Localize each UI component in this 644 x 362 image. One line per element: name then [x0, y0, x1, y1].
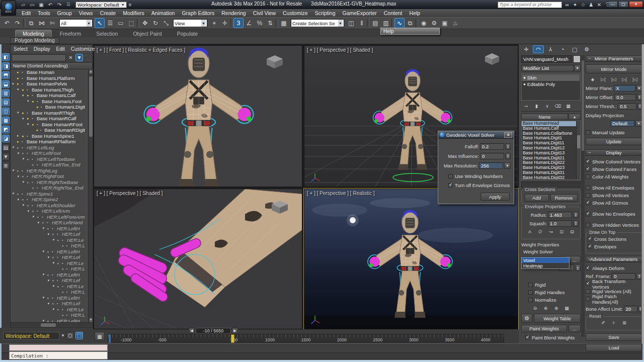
checkbox-box[interactable]: [586, 289, 590, 294]
manual-update-checkbox[interactable]: Manual Update: [586, 129, 642, 136]
checkbox[interactable]: Rigid: [528, 282, 581, 288]
bone-list-name-header[interactable]: Name: [521, 114, 568, 120]
mirror-icon[interactable]: ◫: [346, 18, 356, 28]
frame-indicator-value[interactable]: -10 / 5650: [196, 328, 231, 334]
tree-item[interactable]: HER:LeftArm: [11, 208, 85, 214]
reset-selected-verts-icon[interactable]: ✐: [599, 319, 608, 326]
paste-green-to-blue-verts-icon[interactable]: ▷|: [620, 76, 629, 83]
viewport-layout-icon-4[interactable]: ⬓: [2, 80, 10, 88]
polygon-modeling-panel-button[interactable]: Polygon Modeling: [10, 37, 59, 44]
exclude-selected-icon[interactable]: ⊖: [531, 305, 539, 312]
exchange-apps-icon[interactable]: ✕: [596, 1, 603, 8]
object-color-swatch[interactable]: [573, 55, 581, 63]
object-name-field[interactable]: VAN:vanguard_Mesh: [521, 55, 572, 63]
expand-arrow-icon[interactable]: [17, 134, 21, 138]
expand-arrow-icon[interactable]: [17, 87, 21, 92]
visibility-bulb-icon[interactable]: [61, 267, 65, 270]
modifier-bulb-icon[interactable]: ●: [523, 75, 526, 80]
ribbon-toggle-icon[interactable]: ▥: [381, 18, 391, 28]
display-rollout[interactable]: −Display: [586, 149, 642, 156]
expand-arrow-icon[interactable]: [47, 255, 51, 259]
filter-funnel-icon[interactable]: ▼: [75, 54, 83, 61]
checkbox-box[interactable]: [586, 282, 590, 286]
visibility-bulb-icon[interactable]: [61, 244, 65, 247]
visibility-bulb-icon[interactable]: [47, 273, 51, 277]
visibility-bulb-icon[interactable]: [52, 255, 56, 259]
open-mini-curve-editor-button[interactable]: ▦: [95, 332, 105, 341]
render-setup-icon[interactable]: ⚙: [429, 18, 439, 28]
menu-item[interactable]: Animation: [148, 9, 179, 17]
tree-item[interactable]: HER:LeftH: [11, 295, 85, 301]
checkbox-box[interactable]: [586, 212, 590, 216]
named-selection-filter-dropdown[interactable]: All ▼: [59, 19, 93, 27]
paste-green-to-blue-bones-icon[interactable]: ▷|: [599, 76, 608, 83]
redo-icon[interactable]: ↷: [13, 18, 23, 28]
viewport-label[interactable]: [ + ] [ Perspective ] [ Realistic ]: [307, 191, 375, 196]
workspace-dropdown[interactable]: Workspace: Default: [3, 332, 59, 340]
visibility-bulb-icon[interactable]: [27, 117, 31, 120]
bone-list-item[interactable]: Base HumanLDigit1: [522, 136, 577, 141]
select-and-link-icon[interactable]: ⧉: [26, 18, 36, 28]
checkbox-box[interactable]: [528, 283, 533, 287]
value-field[interactable]: 20: [624, 306, 637, 312]
tree-item[interactable]: HER:RightToeBase: [11, 179, 85, 186]
menu-item[interactable]: Civil View: [250, 9, 279, 17]
value-field[interactable]: 0.5: [618, 103, 636, 110]
tree-item[interactable]: Base HumanRDigit: [11, 127, 85, 133]
viewport-layout-icon-10[interactable]: ◪: [2, 135, 10, 142]
tree-item[interactable]: HER:Lef: [11, 231, 85, 237]
value-field[interactable]: 1.0: [548, 220, 572, 227]
bone-list-item[interactable]: Base HumanLDigit11: [522, 141, 577, 146]
tree-item[interactable]: HER:Lef: [11, 278, 85, 284]
viewport-label[interactable]: [ + ] [ Perspective ] [ Shaded ]: [307, 47, 373, 53]
bone-list-item[interactable]: Base HumanLDigit23: [522, 165, 577, 170]
visibility-bulb-icon[interactable]: [37, 215, 41, 219]
include-selected-icon[interactable]: ⊕: [541, 305, 550, 312]
stack-item-editable-poly[interactable]: ● Editable Poly: [522, 81, 580, 87]
expand-arrow-icon[interactable]: [22, 180, 26, 184]
undo-icon[interactable]: ↶: [2, 18, 12, 28]
visibility-bulb-icon[interactable]: [61, 313, 65, 317]
checkbox-box[interactable]: [528, 298, 533, 302]
bone-list-item[interactable]: Base HumanHead: [522, 121, 577, 126]
visibility-bulb-icon[interactable]: [17, 140, 21, 143]
rectangular-region-icon[interactable]: ▭: [116, 18, 126, 28]
explorer-horizontal-scrollbar[interactable]: [11, 322, 93, 327]
visibility-bulb-icon[interactable]: [47, 227, 51, 230]
current-frame-marker[interactable]: [231, 334, 234, 343]
viewport-perspective-realistic[interactable]: [ + ] [ Perspective ] [ Realistic ]: [304, 189, 518, 329]
spinner-snap-icon[interactable]: ⇅: [265, 18, 275, 28]
apply-button[interactable]: Apply: [480, 193, 510, 201]
toolbar-icon[interactable]: [367, 19, 370, 28]
load-button[interactable]: Load: [586, 344, 642, 351]
chevron-down-icon[interactable]: ▼: [61, 333, 65, 338]
spinner-buttons[interactable]: [573, 212, 579, 218]
viewport-label[interactable]: [ + ] [ Front ] [ Realistic + Edged Face…: [97, 47, 185, 53]
tree-item[interactable]: HER:Le: [11, 284, 85, 290]
modify-tab[interactable]: ◠: [533, 45, 544, 53]
toolbar-icon[interactable]: [391, 19, 394, 28]
menu-item[interactable]: Content: [380, 9, 406, 17]
checkbox-box[interactable]: [586, 297, 590, 301]
visibility-bulb-icon[interactable]: [57, 261, 61, 265]
falloff-curve-icon[interactable]: ↝: [547, 228, 555, 235]
bone-list-item[interactable]: Base HumanLDigit22: [522, 160, 577, 165]
checkbox[interactable]: Normalize: [528, 297, 581, 303]
tree-item[interactable]: HER:LeftShoulder: [11, 203, 85, 209]
visibility-bulb-icon[interactable]: [47, 296, 51, 300]
chevron-down-icon[interactable]: [574, 65, 581, 71]
tree-item[interactable]: Base HumanRPlatform: [11, 139, 85, 145]
motion-tab[interactable]: ◔: [557, 45, 568, 53]
checkbox[interactable]: Show Colored Faces: [586, 166, 642, 172]
value-field[interactable]: 0: [480, 153, 504, 159]
tree-item[interactable]: HER:L: [11, 266, 85, 272]
checkbox[interactable]: Show All Gizmos: [586, 200, 642, 206]
stack-item-skin[interactable]: ● Skin: [522, 74, 580, 81]
menu-item[interactable]: Group: [54, 9, 75, 17]
restore-button[interactable]: ▢: [618, 1, 628, 8]
schematic-view-icon[interactable]: ⧉: [405, 18, 415, 28]
visibility-bulb-icon[interactable]: [52, 279, 56, 282]
tree-item[interactable]: HER:LeftToeBase: [11, 156, 85, 162]
edit-named-selection-icon[interactable]: ▦: [279, 18, 289, 28]
checkbox[interactable]: Back Transform Vertices: [586, 281, 642, 287]
